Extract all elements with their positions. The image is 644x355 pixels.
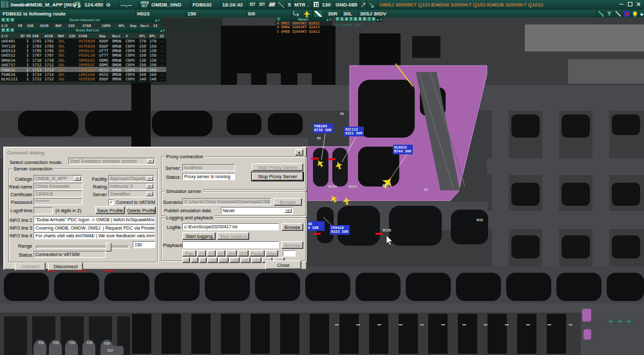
facility-dropdown[interactable]: Approach/Departure▼ xyxy=(108,175,155,182)
metars-titlebar[interactable]: Metars ▲ × xyxy=(276,17,332,21)
connect-button[interactable]: Connect xyxy=(15,262,46,271)
eraser-button[interactable] xyxy=(267,0,276,9)
chevron-down-icon[interactable]: ▼ xyxy=(285,208,292,213)
skip-button[interactable]: +2 xyxy=(191,257,198,263)
close-button[interactable] xyxy=(635,1,641,7)
col-header[interactable]: RT xyxy=(21,34,26,38)
info4-field[interactable]: For charts visit vats.im/OMAE | We love … xyxy=(33,232,155,239)
aircraft-button[interactable] xyxy=(301,10,312,17)
mode-dropdown[interactable]: Start Sweatbox simulator session ▼ xyxy=(68,158,155,165)
set-button-1[interactable]: SET xyxy=(247,0,257,9)
skip-button[interactable]: +20 xyxy=(218,257,229,263)
col-header[interactable]: SID xyxy=(69,34,79,38)
chevron-down-icon[interactable]: ▼ xyxy=(74,176,81,181)
speed-32x-button[interactable]: 32X xyxy=(238,250,249,257)
list-button[interactable]: S xyxy=(10,28,14,32)
metar-omsj[interactable]: OMSJ 30005KT Q1012 xyxy=(377,0,429,9)
logfile-browse-button[interactable]: Browse xyxy=(281,223,303,231)
exit-list-row[interactable]: UAE401I1701170130LVUTEB30EDDFOMDBCOPX170… xyxy=(0,39,166,43)
speed-16x-button[interactable]: 16X xyxy=(226,250,237,257)
col-header[interactable]: RFL xyxy=(149,34,160,38)
chat-button[interactable]: S xyxy=(358,17,362,21)
skip-button[interactable]: +45 xyxy=(240,257,251,263)
proxy-server-field[interactable]: localhost xyxy=(182,164,235,171)
speed-2x-button[interactable]: 2X xyxy=(197,250,206,257)
stop-logging-button[interactable]: Stop logging xyxy=(217,232,249,240)
datablock[interactable]: AIC112 A321 30R xyxy=(344,127,364,136)
scenario-browse-button[interactable]: Browse xyxy=(274,198,302,206)
list-button[interactable]: F xyxy=(6,28,10,32)
skip-button[interactable]: +1 xyxy=(182,257,190,263)
speed-8x-button[interactable]: 8X xyxy=(216,250,225,257)
frequency-button[interactable]: 124.450 xyxy=(82,0,104,9)
chevron-down-icon[interactable]: ▼ xyxy=(146,184,153,188)
collapse-icon[interactable]: ▲ xyxy=(376,17,379,21)
col-header[interactable]: Dest xyxy=(112,34,126,38)
grid-button[interactable] xyxy=(312,0,320,9)
close-icon[interactable]: × xyxy=(158,18,160,22)
certificate-field[interactable]: 1306415 xyxy=(33,190,82,197)
set-button-2[interactable]: SET xyxy=(257,0,267,9)
dialog-close-button[interactable]: × xyxy=(295,149,303,156)
runway-30l[interactable]: 30L xyxy=(341,10,355,17)
runway-30r[interactable]: 30R xyxy=(326,10,340,17)
skip-button[interactable]: +60 xyxy=(251,257,261,263)
range-slider-track[interactable] xyxy=(36,246,129,249)
delete-profile-button[interactable]: Delete Profile xyxy=(127,206,156,214)
disconnect-button[interactable]: Disconnect xyxy=(48,262,83,271)
col-header[interactable]: NFL xyxy=(118,24,130,28)
col-header[interactable]: SI xyxy=(160,34,166,38)
col-header[interactable]: ASSR xyxy=(44,34,58,38)
close-dialog-button[interactable]: Close xyxy=(265,260,301,269)
scenario-field[interactable]: C:\Users\Chriss Klosowski\Downloads\OMDB… xyxy=(182,198,271,205)
exit-list-row[interactable]: UAE717I1712171230LIMPED3COOMSOMDBCOPX150… xyxy=(0,62,166,67)
col-header[interactable]: STAR xyxy=(82,24,102,28)
chat-button[interactable]: C xyxy=(340,17,344,21)
col-header[interactable]: SI xyxy=(153,24,161,28)
controller-id[interactable]: GND-085 xyxy=(334,0,357,9)
exit-list-row[interactable]: FDB634I1714171430LLORID4DHSSSOMDBCOPX160… xyxy=(0,72,166,77)
chevron-down-icon[interactable]: ▼ xyxy=(146,176,153,181)
collapse-icon[interactable]: ▲ xyxy=(155,18,157,22)
callsign-field[interactable]: OMDB_M_APP▼ xyxy=(33,175,82,182)
lights-toggle[interactable] xyxy=(631,10,639,17)
save-profile-button[interactable]: Save Profile xyxy=(95,206,125,214)
col-header[interactable]: COPN xyxy=(102,24,118,28)
datablock-partial[interactable]: 48 0 30R xyxy=(307,221,325,231)
exit-list-row[interactable]: OMA614I1710171030LIMPED3COOMSOMDBCOPX130… xyxy=(0,58,166,62)
expand-button[interactable]: ▶ xyxy=(639,10,644,17)
col-header[interactable]: C/S xyxy=(0,34,21,38)
col-header[interactable]: FR xyxy=(18,24,27,28)
close-icon[interactable]: × xyxy=(380,17,382,21)
arrow-up-button[interactable] xyxy=(358,0,366,9)
skip-button[interactable]: +5 xyxy=(199,257,207,263)
col-header[interactable]: ASSR xyxy=(40,24,55,28)
playback-field[interactable] xyxy=(182,241,279,248)
close-icon[interactable]: × xyxy=(163,28,165,32)
col-header[interactable]: RWY xyxy=(58,34,69,38)
primary-callsign-button[interactable]: OMDB_M_APP [INS+] xyxy=(24,0,72,9)
pause-button[interactable]: Pause xyxy=(249,250,265,257)
chevron-down-icon[interactable]: ▼ xyxy=(146,192,153,196)
col-header[interactable]: XFL xyxy=(139,34,149,38)
sct-button[interactable]: OPEN SCT xyxy=(139,0,149,9)
logfile-field[interactable]: c:\EuroScope20200417.txt xyxy=(182,223,279,230)
exit-list-row[interactable]: UAE512I1707170730LPUVAL20UTTTOMDBCOPX150… xyxy=(0,53,166,57)
stop-button[interactable]: Stop xyxy=(265,250,278,257)
unit-button[interactable]: MTR xyxy=(292,0,305,9)
vatsim-checkbox[interactable]: ✓ xyxy=(108,199,114,205)
exit-list-row[interactable]: UAE513I1705170530LPUVAL5CUTTTOMDBCOPX130… xyxy=(0,48,166,53)
skip-button[interactable]: +10 xyxy=(207,257,218,263)
runway-others[interactable]: 30SJ 30DV xyxy=(358,10,394,17)
chat-button[interactable]: U xyxy=(372,17,375,21)
skip-button[interactable]: +30 xyxy=(229,257,240,263)
col-header[interactable]: Dest xyxy=(140,24,153,28)
dialog-titlebar[interactable]: Connect dialog × xyxy=(5,149,305,156)
stop-proxy-button[interactable]: Stop Proxy Server xyxy=(252,172,303,181)
runway-select-button[interactable] xyxy=(312,10,323,17)
list-button[interactable]: F xyxy=(6,18,10,22)
exit-list-row[interactable]: THY110I1703170330LVUTEB30EDDFOMDBCOPX150… xyxy=(0,43,166,48)
col-header[interactable]: C/S xyxy=(0,24,18,28)
speed-field[interactable]: 150 xyxy=(185,10,205,17)
close-icon[interactable]: × xyxy=(329,17,331,21)
